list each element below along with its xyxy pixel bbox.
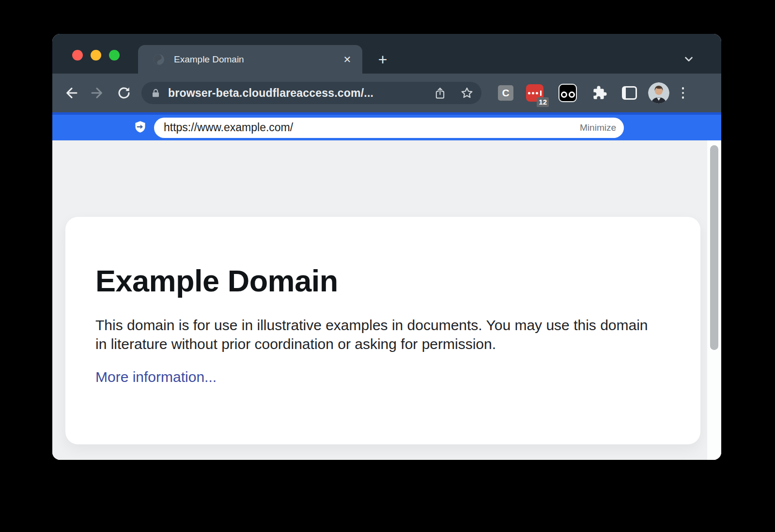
three-dots-menu-icon[interactable]: [678, 83, 688, 103]
zoom-window-button[interactable]: [109, 50, 120, 61]
extension-c-label: C: [502, 87, 509, 99]
close-tab-icon[interactable]: ✕: [341, 54, 354, 65]
page-paragraph: This domain is for use in illustrative e…: [95, 316, 655, 353]
window-controls: [72, 50, 120, 61]
shield-arrow-icon: [134, 121, 147, 135]
reload-button[interactable]: [114, 83, 134, 103]
browser-toolbar: browser-beta.cloudflareaccess.com/... C: [52, 74, 721, 112]
tab-strip: Example Domain ✕ +: [52, 34, 721, 74]
scrollbar-track[interactable]: [707, 140, 721, 460]
scrollbar-thumb[interactable]: [710, 145, 718, 350]
password-dots-icon: [528, 91, 542, 96]
extension-circles-icon[interactable]: [558, 84, 577, 102]
address-bar-url: browser-beta.cloudflareaccess.com/...: [168, 87, 434, 100]
bookmark-star-icon[interactable]: [460, 86, 474, 100]
example-domain-card: Example Domain This domain is for use in…: [65, 217, 700, 444]
share-icon[interactable]: [434, 87, 447, 100]
minimize-button[interactable]: Minimize: [580, 122, 616, 133]
globe-icon: [153, 53, 165, 66]
tab-title: Example Domain: [174, 54, 341, 65]
extension-password-icon[interactable]: 12: [526, 84, 543, 102]
extension-c-icon[interactable]: C: [498, 85, 513, 101]
browser-window: Example Domain ✕ +: [52, 34, 721, 460]
chevron-down-icon[interactable]: [683, 53, 695, 65]
isolated-url-pill: Minimize: [154, 118, 624, 138]
profile-avatar[interactable]: [648, 82, 669, 104]
new-tab-button[interactable]: +: [374, 51, 391, 68]
more-information-link[interactable]: More information...: [95, 369, 217, 385]
extension-badge: 12: [537, 97, 549, 107]
back-button[interactable]: [62, 83, 81, 103]
extensions-puzzle-icon[interactable]: [591, 85, 607, 101]
address-bar[interactable]: browser-beta.cloudflareaccess.com/...: [141, 82, 481, 104]
circle-icon: [569, 91, 575, 98]
forward-button[interactable]: [87, 83, 107, 103]
page-title: Example Domain: [95, 263, 670, 298]
tab-example-domain[interactable]: Example Domain ✕: [138, 45, 362, 74]
isolation-bar: Minimize: [52, 112, 721, 140]
page-viewport: Example Domain This domain is for use in…: [52, 140, 721, 460]
side-panel-icon[interactable]: [622, 86, 637, 100]
circle-icon: [561, 91, 567, 98]
minimize-window-button[interactable]: [91, 50, 101, 61]
close-window-button[interactable]: [72, 50, 83, 61]
isolated-url-input[interactable]: [163, 121, 574, 135]
lock-icon[interactable]: [150, 88, 161, 99]
